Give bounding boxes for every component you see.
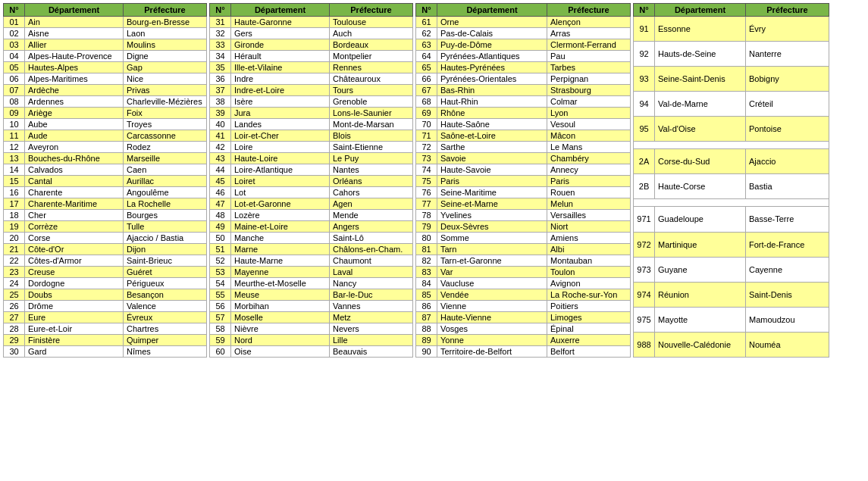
cell-pref: Limoges xyxy=(547,312,631,323)
cell-num: 2B xyxy=(634,174,655,199)
table-row: 971GuadeloupeBasse-Terre xyxy=(634,207,829,232)
cell-pref: Versailles xyxy=(547,210,631,221)
cell-dept: Aube xyxy=(25,119,124,130)
table-row: 64Pyrénées-AtlantiquesPau xyxy=(416,51,631,62)
table-row: 70Haute-SaôneVesoul xyxy=(416,119,631,130)
cell-dept: Meuse xyxy=(231,289,330,301)
cell-pref: Albi xyxy=(547,244,631,255)
cell-num: 07 xyxy=(4,85,25,96)
cell-dept: Corrèze xyxy=(25,221,124,233)
cell-num: 72 xyxy=(416,142,437,153)
cell-dept: Loir-et-Cher xyxy=(231,130,330,142)
cell-num: 2A xyxy=(634,149,655,174)
cell-num: 68 xyxy=(416,96,437,108)
cell-dept: Alpes-Maritimes xyxy=(25,73,124,85)
cell-pref: Nantes xyxy=(330,164,413,176)
cell-pref: Valence xyxy=(124,301,207,312)
cell-num: 43 xyxy=(210,153,231,164)
table-1: N° Département Préfecture 01AinBourg-en-… xyxy=(3,3,207,358)
cell-pref: Rennes xyxy=(330,62,413,73)
cell-pref: Rodez xyxy=(124,142,207,153)
table-row: 2ACorse-du-SudAjaccio xyxy=(634,149,829,174)
cell-pref: Colmar xyxy=(547,96,631,108)
cell-dept: Rhône xyxy=(437,108,547,119)
table-row: 25DoubsBesançon xyxy=(4,289,207,301)
cell-pref: Pontoise xyxy=(746,117,829,142)
cell-num: 971 xyxy=(634,207,655,232)
cell-pref: Fort-de-France xyxy=(746,232,829,257)
table-row: 59NordLille xyxy=(210,335,413,346)
cell-num: 50 xyxy=(210,233,231,244)
cell-pref: Mamoudzou xyxy=(746,307,829,332)
table-row: 32GersAuch xyxy=(210,28,413,39)
cell-num: 36 xyxy=(210,73,231,85)
cell-dept: Vaucluse xyxy=(437,278,547,289)
cell-pref: Caen xyxy=(124,164,207,176)
cell-pref: Toulon xyxy=(547,267,631,278)
cell-num: 62 xyxy=(416,28,437,39)
cell-pref: Saint-Lô xyxy=(330,233,413,244)
cell-num: 60 xyxy=(210,346,231,358)
table-row: 71Saône-et-LoireMâcon xyxy=(416,130,631,142)
cell-pref: Châteauroux xyxy=(330,73,413,85)
cell-pref: Beauvais xyxy=(330,346,413,358)
cell-pref: Épinal xyxy=(547,323,631,335)
cell-dept: Haut-Rhin xyxy=(437,96,547,108)
cell-pref: Troyes xyxy=(124,119,207,130)
table-row: 36IndreChâteauroux xyxy=(210,73,413,85)
cell-pref: Bobigny xyxy=(746,67,829,92)
col-header-num-4: N° xyxy=(634,4,655,17)
cell-dept: Ariège xyxy=(25,108,124,119)
cell-dept: Haute-Saône xyxy=(437,119,547,130)
col-header-dept-1: Département xyxy=(25,4,124,17)
cell-num: 37 xyxy=(210,85,231,96)
table-row: 75ParisParis xyxy=(416,176,631,187)
cell-pref: Ajaccio / Bastia xyxy=(124,233,207,244)
cell-dept: Côte-d'Or xyxy=(25,244,124,255)
cell-dept: Val-de-Marne xyxy=(655,92,746,117)
cell-pref: Le Puy xyxy=(330,153,413,164)
cell-pref: Montauban xyxy=(547,255,631,267)
cell-num: 08 xyxy=(4,96,25,108)
cell-dept: Paris xyxy=(437,176,547,187)
cell-dept: Vendée xyxy=(437,289,547,301)
cell-dept: Mayenne xyxy=(231,267,330,278)
table-row: 05Hautes-AlpesGap xyxy=(4,62,207,73)
cell-num: 988 xyxy=(634,332,655,357)
cell-dept: Haute-Marne xyxy=(231,255,330,267)
cell-dept: Gers xyxy=(231,28,330,39)
cell-pref: Paris xyxy=(547,176,631,187)
page-container: N° Département Préfecture 01AinBourg-en-… xyxy=(0,0,868,361)
cell-pref: Le Mans xyxy=(547,142,631,153)
col-header-num-1: N° xyxy=(4,4,25,17)
cell-num: 24 xyxy=(4,278,25,289)
cell-dept: Alpes-Haute-Provence xyxy=(25,51,124,62)
cell-dept: Hautes-Pyrénées xyxy=(437,62,547,73)
cell-dept: Corse-du-Sud xyxy=(655,149,746,174)
cell-num: 25 xyxy=(4,289,25,301)
table-row: 84VaucluseAvignon xyxy=(416,278,631,289)
cell-dept: Somme xyxy=(437,233,547,244)
table-row: 13Bouches-du-RhôneMarseille xyxy=(4,153,207,164)
cell-pref: Rouen xyxy=(547,187,631,198)
cell-dept: Nouvelle-Calédonie xyxy=(655,332,746,357)
cell-pref: Dijon xyxy=(124,244,207,255)
cell-dept: Indre-et-Loire xyxy=(231,85,330,96)
cell-num: 39 xyxy=(210,108,231,119)
table-row: 37Indre-et-LoireTours xyxy=(210,85,413,96)
cell-pref: Niort xyxy=(547,221,631,233)
table-row: 66Pyrénées-OrientalesPerpignan xyxy=(416,73,631,85)
table-row: 82Tarn-et-GaronneMontauban xyxy=(416,255,631,267)
table-row: 27EureÉvreux xyxy=(4,312,207,323)
cell-num: 92 xyxy=(634,42,655,67)
cell-dept: Seine-Maritime xyxy=(437,187,547,198)
cell-dept: Seine-Saint-Denis xyxy=(655,67,746,92)
cell-num: 40 xyxy=(210,119,231,130)
cell-dept: Vienne xyxy=(437,301,547,312)
cell-dept: Mayotte xyxy=(655,307,746,332)
cell-pref: Laval xyxy=(330,267,413,278)
cell-dept: Gironde xyxy=(231,39,330,51)
cell-num: 17 xyxy=(4,198,25,210)
cell-dept: Corse xyxy=(25,233,124,244)
cell-num: 83 xyxy=(416,267,437,278)
